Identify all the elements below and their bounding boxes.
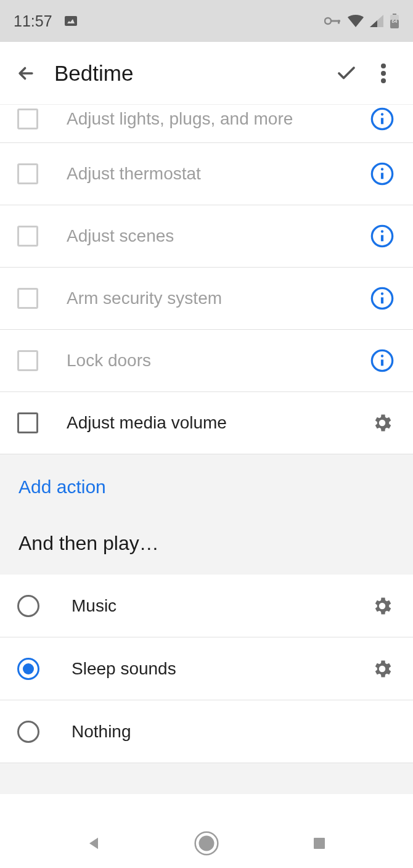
status-time: 11:57 [14,12,52,30]
svg-point-1 [325,18,331,24]
section-divider: Add action And then play… [0,454,413,575]
settings-button[interactable] [369,655,396,682]
more-button[interactable] [365,55,402,92]
svg-point-27 [198,836,214,851]
more-vert-icon [381,63,386,83]
check-icon [335,62,358,84]
action-row[interactable]: Arm security system [0,268,413,330]
radio-button[interactable] [17,595,39,617]
info-icon [370,348,395,373]
info-icon [370,286,395,311]
bottom-spacer [0,763,413,794]
radio-button[interactable] [17,658,39,680]
action-row[interactable]: Adjust thermostat [0,143,413,205]
app-bar: Bedtime [0,42,413,105]
info-button[interactable] [369,160,396,187]
svg-rect-28 [314,838,325,849]
info-icon [370,162,395,186]
info-button[interactable] [369,223,396,250]
back-button[interactable] [11,59,41,88]
svg-point-13 [381,113,383,115]
checkbox[interactable] [17,163,38,184]
svg-point-25 [381,354,383,357]
radio-button[interactable] [17,721,39,743]
checkbox[interactable] [17,412,38,433]
status-right: 64 [324,14,399,28]
triangle-back-icon [85,835,102,852]
action-row[interactable]: Adjust lights, plugs, and more [0,105,413,143]
square-recent-icon [312,836,327,851]
vpn-key-icon [324,16,341,26]
gear-icon [371,412,393,434]
gear-icon [371,595,393,617]
play-section-header: And then play… [18,532,395,555]
svg-point-10 [381,78,386,83]
svg-point-8 [381,63,386,68]
checkbox[interactable] [17,108,38,129]
action-label: Arm security system [67,289,369,308]
svg-rect-3 [338,20,340,24]
nav-back-button[interactable] [75,825,112,862]
action-label: Adjust thermostat [67,164,369,184]
add-action-link[interactable]: Add action [18,477,395,497]
svg-rect-0 [65,16,77,26]
action-row[interactable]: Adjust media volume [0,392,413,454]
play-options-list: Music Sleep sounds Nothing [0,575,413,763]
actions-list: Adjust lights, plugs, and more Adjust th… [0,105,413,454]
checkbox[interactable] [17,288,38,309]
info-button[interactable] [369,347,396,374]
signal-icon [370,15,383,27]
confirm-button[interactable] [328,55,365,92]
action-label: Lock doors [67,351,369,371]
nav-home-button[interactable] [188,825,225,862]
checkbox[interactable] [17,350,38,371]
system-nav-bar [0,819,413,868]
play-option-row[interactable]: Nothing [0,700,413,763]
page-title: Bedtime [54,61,328,86]
action-row[interactable]: Lock doors [0,330,413,392]
status-left: 11:57 [14,12,78,30]
info-icon [370,107,395,131]
settings-button[interactable] [369,592,396,620]
circle-home-icon [194,831,219,856]
action-label: Adjust media volume [67,413,369,433]
play-option-label: Nothing [72,722,396,742]
action-label: Adjust lights, plugs, and more [67,109,369,129]
image-icon [63,14,78,28]
svg-text:64: 64 [392,18,398,24]
checkbox[interactable] [17,226,38,247]
battery-icon: 64 [390,14,399,28]
svg-point-22 [381,292,383,295]
play-option-row[interactable]: Sleep sounds [0,637,413,700]
svg-point-9 [381,71,386,76]
play-option-row[interactable]: Music [0,575,413,637]
settings-button[interactable] [369,409,396,436]
play-option-label: Sleep sounds [72,659,369,679]
svg-point-19 [381,230,383,232]
svg-point-16 [381,168,383,170]
wifi-icon [348,15,364,27]
action-row[interactable]: Adjust scenes [0,205,413,268]
action-label: Adjust scenes [67,226,369,246]
info-button[interactable] [369,285,396,312]
nav-recent-button[interactable] [301,825,338,862]
status-bar: 11:57 64 [0,0,413,42]
back-arrow-icon [15,63,36,84]
gear-icon [371,658,393,680]
info-button[interactable] [369,105,396,133]
info-icon [370,224,395,248]
play-option-label: Music [72,596,369,616]
